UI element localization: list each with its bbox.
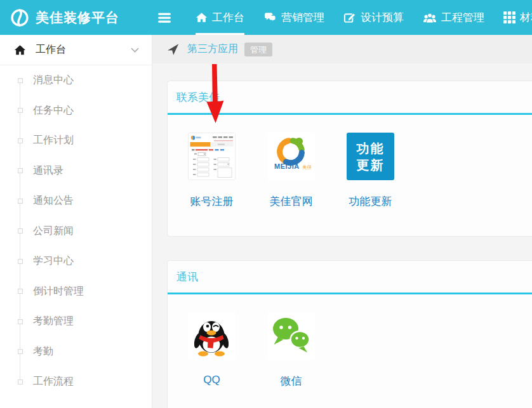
location-arrow-icon	[166, 43, 180, 56]
brand-logo[interactable]: 美佳装修平台	[0, 7, 152, 29]
meijia-logo-suffix: 美佳	[302, 164, 312, 170]
tile-text-line: 更新	[357, 157, 385, 173]
sidebar-item-label: 考勤	[33, 345, 53, 359]
app-account-register[interactable]: 账号注册	[188, 133, 236, 209]
app-label: 美佳官网	[267, 194, 315, 209]
sidebar-item-attendance-management[interactable]: 考勤管理	[0, 306, 152, 337]
tab-label: 设计预算	[361, 10, 404, 25]
app-meijia-website[interactable]: MEIJIA 美佳 美佳官网	[267, 133, 315, 209]
app-label: 微信	[267, 374, 315, 388]
swirl-logo-icon	[9, 7, 30, 29]
sidebar-item-label: 通知公告	[33, 194, 74, 207]
tab-workbench[interactable]: 工作台	[196, 0, 244, 35]
app-label: QQ	[188, 374, 236, 386]
tab-label: 工程管理	[441, 10, 484, 25]
home-icon	[14, 44, 26, 56]
tile-text-line: 功能	[357, 140, 385, 157]
register-page-thumbnail	[188, 133, 236, 180]
sidebar-item-task-center[interactable]: 任务中心	[0, 96, 152, 126]
main-content: 联系美佳	[152, 63, 532, 408]
comments-icon	[263, 11, 277, 23]
grid-icon	[503, 11, 515, 23]
brand-title: 美佳装修平台	[36, 9, 119, 27]
tab-materials[interactable]: 材料管理	[503, 0, 532, 35]
top-header-bar: 美佳装修平台 工作台	[0, 0, 532, 35]
meijia-logo-text: MEIJIA	[274, 162, 300, 170]
sidebar-item-message-center[interactable]: 消息中心	[0, 65, 152, 96]
sidebar-item-label: 通讯录	[33, 164, 63, 178]
meijia-platform-window: 美佳装修平台 工作台	[0, 0, 532, 408]
top-navigation: 工作台 营销管理 设计预算	[196, 0, 532, 35]
sidebar-menu: 消息中心 任务中心 工作计划 通讯录 通知公告 公司新闻 学习中心 倒计时管理 …	[0, 65, 152, 397]
tab-marketing[interactable]: 营销管理	[263, 0, 324, 35]
sidebar-item-countdown-management[interactable]: 倒计时管理	[0, 277, 152, 307]
breadcrumb-badge[interactable]: 管理	[244, 43, 272, 56]
sidebar-item-attendance[interactable]: 考勤	[0, 337, 152, 367]
users-icon	[423, 11, 437, 23]
sidebar-item-company-news[interactable]: 公司新闻	[0, 216, 152, 247]
feature-update-tile: 功能 更新	[347, 133, 394, 180]
tab-design-budget[interactable]: 设计预算	[343, 0, 404, 35]
app-wechat[interactable]: 微信	[267, 312, 315, 388]
app-grid: 账号注册 MEIJIA 美佳 美佳官网	[168, 115, 532, 209]
hamburger-menu-icon[interactable]	[156, 10, 173, 25]
sidebar-item-label: 考勤管理	[33, 315, 74, 328]
sidebar: 工作台 消息中心 任务中心 工作计划 通讯录 通知公告 公司新闻 学习中心 倒计…	[0, 35, 152, 408]
sidebar-item-label: 消息中心	[33, 74, 74, 87]
qq-icon	[188, 312, 236, 360]
sidebar-header-label: 工作台	[36, 43, 66, 56]
sidebar-item-label: 公司新闻	[33, 225, 74, 238]
sidebar-item-announcements[interactable]: 通知公告	[0, 186, 152, 216]
meijia-logo: MEIJIA 美佳	[267, 133, 315, 180]
sidebar-item-contacts[interactable]: 通讯录	[0, 156, 152, 187]
app-qq[interactable]: QQ	[188, 312, 236, 388]
sidebar-item-label: 工作流程	[33, 375, 74, 388]
tab-label: 营销管理	[281, 10, 324, 25]
app-label: 功能更新	[347, 194, 394, 209]
chevron-down-icon	[131, 48, 139, 53]
tab-label: 工作台	[212, 10, 244, 25]
app-feature-update[interactable]: 功能 更新 功能更新	[347, 133, 394, 209]
panel-title: 通讯	[176, 270, 532, 284]
sidebar-item-label: 工作计划	[33, 134, 74, 147]
panel-contact-meijia: 联系美佳	[167, 81, 532, 237]
breadcrumb: 第三方应用 管理	[152, 35, 532, 63]
breadcrumb-title[interactable]: 第三方应用	[187, 43, 238, 56]
app-grid: QQ	[168, 294, 532, 388]
edit-icon	[343, 11, 356, 23]
tab-engineering[interactable]: 工程管理	[423, 0, 484, 35]
sidebar-item-workbench[interactable]: 工作台	[0, 35, 152, 65]
panel-title: 联系美佳	[176, 90, 532, 105]
sidebar-item-workflow[interactable]: 工作流程	[0, 367, 152, 397]
sidebar-item-label: 任务中心	[33, 104, 74, 117]
wechat-icon	[267, 312, 315, 360]
sidebar-item-work-plan[interactable]: 工作计划	[0, 126, 152, 156]
sidebar-item-label: 学习中心	[33, 254, 74, 268]
app-label: 账号注册	[188, 194, 236, 209]
sidebar-item-label: 倒计时管理	[33, 285, 84, 298]
home-icon	[196, 11, 208, 23]
tab-label: 材料管理	[520, 10, 532, 25]
sidebar-item-learning-center[interactable]: 学习中心	[0, 246, 152, 277]
panel-communication: 通讯	[167, 260, 532, 408]
